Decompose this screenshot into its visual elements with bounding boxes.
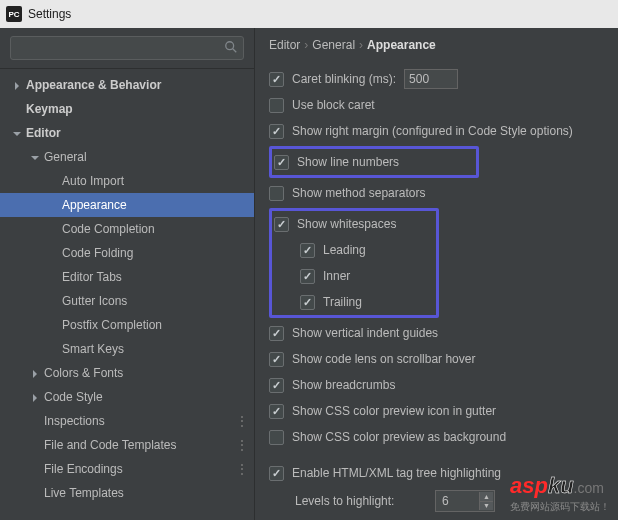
tree-item-appearance-behavior[interactable]: Appearance & Behavior <box>0 73 254 97</box>
tree-item-label: Live Templates <box>44 486 124 500</box>
label-use-block-caret: Use block caret <box>292 98 375 112</box>
titlebar: PC Settings <box>0 0 618 28</box>
option-breadcrumbs: Show breadcrumbs <box>269 372 604 398</box>
checkbox-use-block-caret[interactable] <box>269 98 284 113</box>
label-show-whitespaces: Show whitespaces <box>297 217 396 231</box>
tree-item-label: File Encodings <box>44 462 123 476</box>
sidebar: Appearance & BehaviorKeymapEditorGeneral… <box>0 28 255 520</box>
option-ws-leading: Leading <box>274 237 434 263</box>
checkbox-css-bg[interactable] <box>269 430 284 445</box>
tree-item-label: Appearance <box>62 198 127 212</box>
chevron-right-icon: › <box>359 38 363 52</box>
checkbox-code-lens[interactable] <box>269 352 284 367</box>
arrow-right-icon <box>12 80 22 90</box>
tree-item-general[interactable]: General <box>0 145 254 169</box>
search-input[interactable] <box>10 36 244 60</box>
label-levels: Levels to highlight: <box>295 494 425 508</box>
highlight-line-numbers: Show line numbers <box>269 146 479 178</box>
tree-item-label: Smart Keys <box>62 342 124 356</box>
checkbox-show-method-separators[interactable] <box>269 186 284 201</box>
breadcrumb: Editor › General › Appearance <box>269 38 604 52</box>
checkbox-breadcrumbs[interactable] <box>269 378 284 393</box>
arrow-spacer <box>48 344 58 354</box>
checkbox-tag-tree[interactable] <box>269 466 284 481</box>
tree-item-label: Code Folding <box>62 246 133 260</box>
tree-item-live-templates[interactable]: Live Templates <box>0 481 254 505</box>
spinner-down-icon[interactable]: ▼ <box>479 502 493 511</box>
main-panel: Appearance & BehaviorKeymapEditorGeneral… <box>0 28 618 520</box>
checkbox-ws-trailing[interactable] <box>300 295 315 310</box>
tree-item-appearance[interactable]: Appearance <box>0 193 254 217</box>
search-icon <box>224 40 238 54</box>
option-show-whitespaces: Show whitespaces <box>274 211 434 237</box>
label-css-bg: Show CSS color preview as background <box>292 430 506 444</box>
checkbox-ws-leading[interactable] <box>300 243 315 258</box>
label-ws-leading: Leading <box>323 243 366 257</box>
tree-item-keymap[interactable]: Keymap <box>0 97 254 121</box>
svg-point-0 <box>226 42 234 50</box>
tree-item-label: Auto Import <box>62 174 124 188</box>
option-caret-blinking: Caret blinking (ms): <box>269 66 604 92</box>
search-wrap <box>0 28 254 69</box>
label-css-gutter: Show CSS color preview icon in gutter <box>292 404 496 418</box>
arrow-spacer <box>48 272 58 282</box>
project-scope-icon: ⋮ <box>236 462 246 476</box>
label-tag-tree: Enable HTML/XML tag tree highlighting <box>292 466 501 480</box>
input-caret-blinking-ms[interactable] <box>404 69 458 89</box>
arrow-right-icon <box>30 368 40 378</box>
content-panel: Editor › General › Appearance Caret blin… <box>255 28 618 520</box>
arrow-spacer <box>48 320 58 330</box>
spinner-up-icon[interactable]: ▲ <box>479 492 493 502</box>
arrow-spacer <box>30 440 40 450</box>
option-vertical-indent: Show vertical indent guides <box>269 320 604 346</box>
tree-item-file-encodings[interactable]: File Encodings⋮ <box>0 457 254 481</box>
label-code-lens: Show code lens on scrollbar hover <box>292 352 475 366</box>
checkbox-show-right-margin[interactable] <box>269 124 284 139</box>
checkbox-ws-inner[interactable] <box>300 269 315 284</box>
field-opacity: Opacity: <box>269 516 604 520</box>
tree-item-inspections[interactable]: Inspections⋮ <box>0 409 254 433</box>
settings-tree: Appearance & BehaviorKeymapEditorGeneral… <box>0 69 254 520</box>
spinner-levels[interactable]: 6 ▲ ▼ <box>435 490 495 512</box>
option-use-block-caret: Use block caret <box>269 92 604 118</box>
arrow-right-icon <box>30 392 40 402</box>
breadcrumb-1[interactable]: General <box>312 38 355 52</box>
arrow-down-icon <box>12 128 22 138</box>
tree-item-editor-tabs[interactable]: Editor Tabs <box>0 265 254 289</box>
svg-line-1 <box>233 49 237 53</box>
tree-item-label: Inspections <box>44 414 105 428</box>
tree-item-label: Editor <box>26 126 61 140</box>
tree-item-label: Colors & Fonts <box>44 366 123 380</box>
tree-item-editor[interactable]: Editor <box>0 121 254 145</box>
tree-item-code-folding[interactable]: Code Folding <box>0 241 254 265</box>
checkbox-show-whitespaces[interactable] <box>274 217 289 232</box>
tree-item-gutter-icons[interactable]: Gutter Icons <box>0 289 254 313</box>
option-ws-inner: Inner <box>274 263 434 289</box>
option-css-gutter: Show CSS color preview icon in gutter <box>269 398 604 424</box>
checkbox-css-gutter[interactable] <box>269 404 284 419</box>
breadcrumb-0[interactable]: Editor <box>269 38 300 52</box>
tree-item-colors-fonts[interactable]: Colors & Fonts <box>0 361 254 385</box>
checkbox-caret-blinking[interactable] <box>269 72 284 87</box>
tree-item-code-completion[interactable]: Code Completion <box>0 217 254 241</box>
checkbox-vertical-indent[interactable] <box>269 326 284 341</box>
tree-item-label: Gutter Icons <box>62 294 127 308</box>
tree-item-postfix-completion[interactable]: Postfix Completion <box>0 313 254 337</box>
tree-item-auto-import[interactable]: Auto Import <box>0 169 254 193</box>
project-scope-icon: ⋮ <box>236 414 246 428</box>
label-caret-blinking: Caret blinking (ms): <box>292 72 396 86</box>
tree-item-file-and-code-templates[interactable]: File and Code Templates⋮ <box>0 433 254 457</box>
label-ws-inner: Inner <box>323 269 350 283</box>
checkbox-show-line-numbers[interactable] <box>274 155 289 170</box>
option-show-method-separators: Show method separators <box>269 180 604 206</box>
tree-item-smart-keys[interactable]: Smart Keys <box>0 337 254 361</box>
tree-item-code-style[interactable]: Code Style <box>0 385 254 409</box>
label-show-right-margin: Show right margin (configured in Code St… <box>292 124 573 138</box>
arrow-spacer <box>48 176 58 186</box>
label-ws-trailing: Trailing <box>323 295 362 309</box>
highlight-whitespaces: Show whitespaces Leading Inner Trailing <box>269 208 439 318</box>
tree-item-label: Editor Tabs <box>62 270 122 284</box>
label-show-method-separators: Show method separators <box>292 186 425 200</box>
field-levels: Levels to highlight: 6 ▲ ▼ <box>269 486 604 516</box>
arrow-down-icon <box>30 152 40 162</box>
